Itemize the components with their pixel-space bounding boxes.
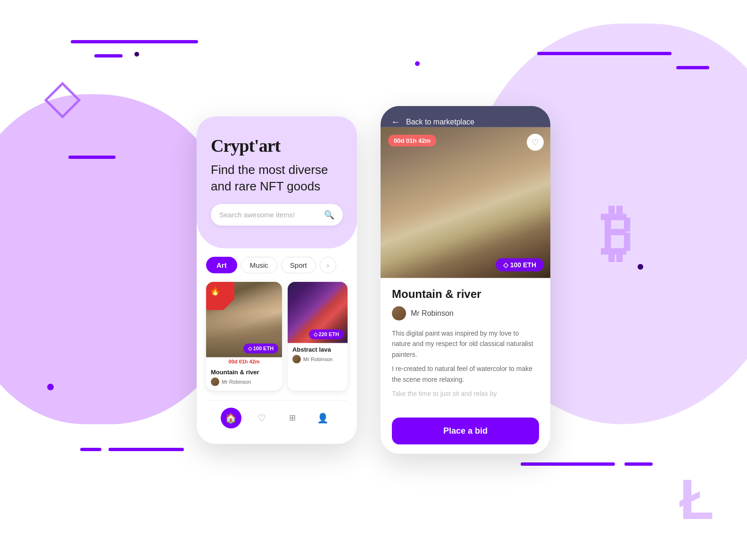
nav-home[interactable]: 🏠 bbox=[221, 408, 241, 428]
detail-price-badge: ◇ 100 ETH bbox=[496, 258, 544, 272]
app-tagline: Find the most diverse and rare NFT goods bbox=[211, 162, 343, 195]
lava-price-badge: ◇ 220 ETH bbox=[309, 329, 344, 339]
detail-mountain-image bbox=[381, 127, 550, 278]
deco-line-5 bbox=[108, 448, 184, 451]
app-title: Crypt'art bbox=[211, 135, 343, 156]
detail-header-nav: ← Back to marketplace bbox=[381, 106, 550, 127]
deco-dot-2 bbox=[415, 61, 420, 66]
lava-title: Abstract lava bbox=[292, 346, 343, 353]
nav-wallet[interactable]: ⊞ bbox=[282, 408, 303, 428]
tab-music[interactable]: Music bbox=[241, 257, 277, 273]
detail-author-avatar bbox=[392, 306, 406, 321]
nft-card-lava-img: ◇ 220 ETH bbox=[288, 282, 348, 343]
detail-timer-badge: 00d 01h 42m bbox=[388, 135, 436, 147]
detail-nft-title: Mountain & river bbox=[392, 288, 539, 301]
deco-line-right-2 bbox=[676, 66, 709, 69]
mountain-author-name: Mr Robinson bbox=[222, 379, 251, 385]
bitcoin-symbol: ₿ bbox=[601, 203, 631, 264]
lava-card-info: Abstract lava Mr Robinson bbox=[288, 343, 348, 368]
lava-author-name: Mr Robinson bbox=[303, 356, 332, 362]
fire-icon: 🔥 bbox=[210, 286, 220, 296]
mountain-author-avatar bbox=[211, 378, 219, 386]
mountain-price-badge: ◇ 100 ETH bbox=[243, 344, 278, 354]
deco-line-right-4 bbox=[624, 462, 653, 466]
deco-dot-1 bbox=[134, 52, 139, 57]
phone-right: ← Back to marketplace 00d 01h 42m ♡ ◇ 10… bbox=[381, 106, 550, 454]
deco-dot-3 bbox=[638, 264, 643, 270]
phone-left-header: Crypt'art Find the most diverse and rare… bbox=[197, 116, 357, 248]
mountain-author: Mr Robinson bbox=[211, 378, 277, 386]
tab-art[interactable]: Art bbox=[206, 257, 237, 273]
category-tabs: Art Music Sport › bbox=[206, 257, 348, 273]
lava-author-avatar bbox=[292, 355, 301, 363]
back-arrow-icon[interactable]: ← bbox=[391, 116, 400, 127]
back-to-marketplace[interactable]: Back to marketplace bbox=[406, 117, 474, 126]
nav-profile[interactable]: 👤 bbox=[313, 408, 333, 428]
lava-author: Mr Robinson bbox=[292, 355, 343, 363]
deco-line-right-3 bbox=[521, 462, 615, 466]
hot-badge: 🔥 bbox=[206, 282, 234, 310]
detail-description-1: This digital paint was inspired by my lo… bbox=[392, 328, 539, 360]
phones-container: Crypt'art Find the most diverse and rare… bbox=[197, 106, 550, 454]
deco-line-3 bbox=[68, 156, 116, 159]
deco-line-right-1 bbox=[537, 52, 672, 55]
nft-card-lava[interactable]: ◇ 220 ETH Abstract lava Mr Robinson bbox=[288, 282, 348, 391]
place-bid-button[interactable]: Place a bid bbox=[392, 418, 539, 445]
deco-line-4 bbox=[80, 448, 101, 451]
search-bar[interactable]: Search awesome items! 🔍 bbox=[211, 204, 343, 226]
deco-line-2 bbox=[94, 54, 123, 58]
litecoin-symbol: Ł bbox=[680, 467, 714, 532]
nft-grid: 🔥 ◇ 100 ETH 00d 01h 42m Mountain & river… bbox=[206, 282, 348, 391]
detail-heart-button[interactable]: ♡ bbox=[527, 134, 544, 151]
search-icon[interactable]: 🔍 bbox=[324, 210, 334, 220]
search-placeholder: Search awesome items! bbox=[219, 211, 295, 219]
tab-sport[interactable]: Sport bbox=[281, 257, 316, 273]
detail-description-3: Take the time to just sit and relax by bbox=[392, 388, 539, 399]
tab-more[interactable]: › bbox=[320, 257, 336, 273]
detail-description-2: I re-created to natural feel of watercol… bbox=[392, 363, 539, 385]
detail-author: Mr Robinson bbox=[392, 306, 539, 321]
bottom-nav: 🏠 ♡ ⊞ 👤 bbox=[206, 400, 348, 436]
mountain-card-info: Mountain & river Mr Robinson bbox=[206, 366, 282, 391]
nft-card-mountain-img: 🔥 ◇ 100 ETH bbox=[206, 282, 282, 357]
nav-favorites[interactable]: ♡ bbox=[251, 408, 272, 428]
phone-left-body: Art Music Sport › 🔥 ◇ 10 bbox=[197, 248, 357, 444]
detail-author-name: Mr Robinson bbox=[411, 309, 454, 318]
detail-body: Mountain & river Mr Robinson This digita… bbox=[381, 278, 550, 408]
mountain-timer: 00d 01h 42m bbox=[206, 357, 282, 366]
detail-hero-image: 00d 01h 42m ♡ ◇ 100 ETH bbox=[381, 127, 550, 278]
nft-card-mountain[interactable]: 🔥 ◇ 100 ETH 00d 01h 42m Mountain & river… bbox=[206, 282, 282, 391]
mountain-title: Mountain & river bbox=[211, 369, 277, 376]
phone-left: Crypt'art Find the most diverse and rare… bbox=[197, 116, 357, 444]
deco-line-1 bbox=[71, 40, 198, 43]
deco-dot-4 bbox=[47, 384, 54, 390]
